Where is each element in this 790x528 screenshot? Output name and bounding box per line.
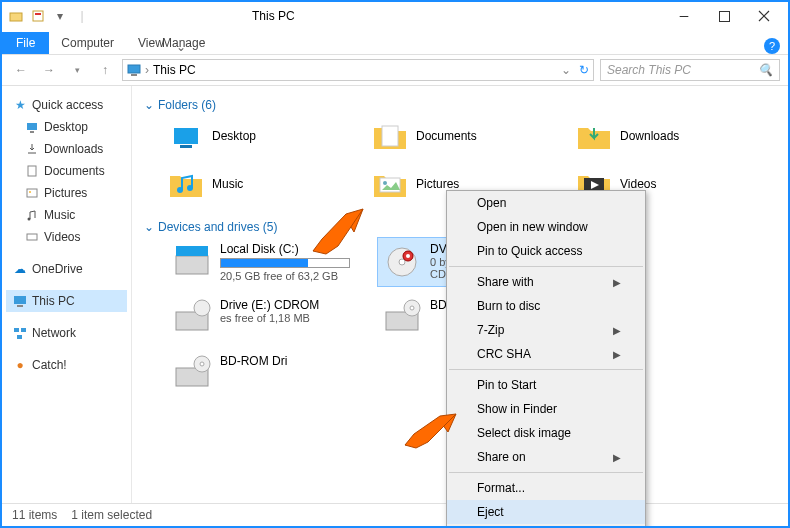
svg-rect-18 [174,128,198,144]
folder-desktop[interactable]: Desktop [168,116,348,156]
menu-label: Format... [477,481,525,495]
folder-documents[interactable]: Documents [372,116,552,156]
svg-rect-19 [180,145,192,148]
sidebar-this-pc[interactable]: This PC [6,290,127,312]
drive-subtext: 20,5 GB free of 63,2 GB [220,270,350,282]
network-icon [12,325,28,341]
back-button[interactable]: ← [10,59,32,81]
sidebar-item-downloads[interactable]: Downloads [6,138,127,160]
menu-label: Pin to Quick access [477,244,582,258]
address-bar[interactable]: › This PC ⌄ ↻ [122,59,594,81]
new-folder-icon[interactable] [6,6,26,26]
drive-item[interactable]: BD-ROM Dri [168,350,368,398]
menu-item-share-on[interactable]: Share on▶ [447,445,645,469]
drive-subtext: es free of 1,18 MB [220,312,319,324]
svg-point-29 [399,259,405,265]
menu-item--zip[interactable]: 7-Zip▶ [447,318,645,342]
folder-label: Music [212,177,243,191]
search-box[interactable]: Search This PC 🔍 [600,59,780,81]
sidebar-onedrive[interactable]: ☁OneDrive [6,258,127,280]
breadcrumb-location[interactable]: This PC [153,63,196,77]
recent-dropdown[interactable]: ▾ [66,59,88,81]
submenu-arrow-icon: ▶ [613,452,621,463]
folder-icon [168,120,204,152]
sidebar-item-documents[interactable]: Documents [6,160,127,182]
catch-icon: ● [12,357,28,373]
menu-item-open-in-new-window[interactable]: Open in new window [447,215,645,239]
properties-icon[interactable] [28,6,48,26]
menu-item-burn-to-disc[interactable]: Burn to disc [447,294,645,318]
help-button[interactable]: ? [764,38,780,54]
folder-icon [576,120,612,152]
sidebar-label: Downloads [44,142,103,156]
search-placeholder: Search This PC [607,63,691,77]
pictures-icon [24,185,40,201]
group-label: Devices and drives (5) [158,220,277,234]
downloads-icon [24,141,40,157]
refresh-icon[interactable]: ↻ [579,63,589,77]
close-button[interactable] [744,2,784,30]
address-dropdown-icon[interactable]: ⌄ [561,63,571,77]
sidebar-label: Documents [44,164,105,178]
sidebar-label: Videos [44,230,80,244]
menu-item-select-disk-image[interactable]: Select disk image [447,421,645,445]
desktop-icon [24,119,40,135]
qat-separator: | [72,6,92,26]
status-bar: 11 items 1 item selected [2,503,788,526]
up-button[interactable]: ↑ [94,59,116,81]
submenu-arrow-icon: ▶ [613,349,621,360]
computer-tab[interactable]: Computer [49,32,126,54]
sidebar-label: OneDrive [32,262,83,276]
window-title: This PC [252,9,295,23]
maximize-button[interactable] [704,2,744,30]
sidebar-label: Catch! [32,358,67,372]
sidebar-item-desktop[interactable]: Desktop [6,116,127,138]
svg-rect-0 [10,13,22,21]
sidebar-item-pictures[interactable]: Pictures [6,182,127,204]
sidebar-item-videos[interactable]: Videos [6,226,127,248]
drive-item[interactable]: Drive (E:) CDROMes free of 1,18 MB [168,294,368,342]
menu-item-format-[interactable]: Format... [447,476,645,500]
menu-item-pin-to-quick-access[interactable]: Pin to Quick access [447,239,645,263]
svg-point-33 [194,300,210,316]
folder-label: Desktop [212,129,256,143]
videos-icon [24,229,40,245]
folders-group-header[interactable]: ⌄Folders (6) [144,94,776,116]
submenu-arrow-icon: ▶ [613,277,621,288]
sidebar-label: Network [32,326,76,340]
sidebar-item-music[interactable]: Music [6,204,127,226]
file-tab[interactable]: File [2,32,49,54]
svg-rect-8 [28,166,36,176]
svg-point-21 [177,187,183,193]
menu-item-open[interactable]: Open [447,191,645,215]
menu-item-show-in-finder[interactable]: Show in Finder [447,397,645,421]
minimize-button[interactable]: ─ [664,2,704,30]
menu-label: Open in new window [477,220,588,234]
callout-arrow-1 [308,206,368,258]
folder-downloads[interactable]: Downloads [576,116,756,156]
sidebar-label: Music [44,208,75,222]
sidebar-label: This PC [32,294,75,308]
menu-item-pin-to-start[interactable]: Pin to Start [447,373,645,397]
sidebar-quick-access[interactable]: ★ Quick access [6,94,127,116]
svg-point-31 [406,254,410,258]
sidebar-network[interactable]: Network [6,322,127,344]
pc-icon [127,63,141,77]
menu-item-crc-sha[interactable]: CRC SHA▶ [447,342,645,366]
svg-point-22 [187,185,193,191]
forward-button[interactable]: → [38,59,60,81]
svg-rect-5 [131,74,137,76]
menu-separator [449,369,643,370]
svg-rect-13 [14,296,26,304]
menu-item-share-with[interactable]: Share with▶ [447,270,645,294]
sidebar-catch[interactable]: ●Catch! [6,354,127,376]
cloud-icon: ☁ [12,261,28,277]
manage-tab[interactable]: Manage [150,32,217,54]
folder-label: Videos [620,177,656,191]
qat-dropdown-icon[interactable]: ▾ [50,6,70,26]
sidebar-label: Desktop [44,120,88,134]
folder-music[interactable]: Music [168,164,348,204]
menu-item-eject[interactable]: Eject [447,500,645,524]
svg-rect-26 [176,256,208,274]
menu-label: Open [477,196,506,210]
